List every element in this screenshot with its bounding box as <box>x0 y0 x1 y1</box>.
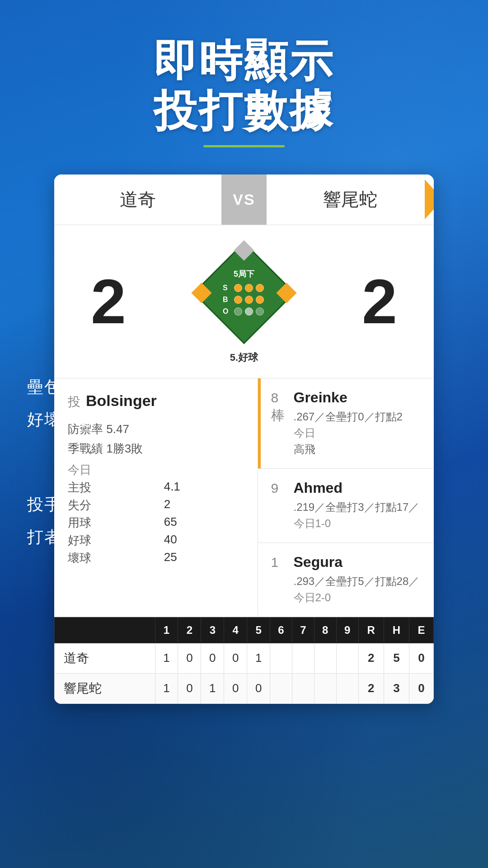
batter-name-0: Greinke <box>294 389 423 406</box>
out-dot-2 <box>245 307 253 316</box>
ball-dot-2 <box>245 296 253 304</box>
stat-key-用球: 用球 <box>68 515 155 531</box>
pitcher-record: 季戰績 1勝3敗 <box>68 441 244 457</box>
score-cell-1-3: 0 <box>224 673 247 703</box>
score-cell-1-1: 0 <box>178 673 201 703</box>
current-batter-indicator <box>258 378 261 468</box>
stat-val-用球: 65 <box>164 515 244 531</box>
strike-dot-1 <box>234 284 242 292</box>
inning-header-8: 8 <box>314 617 336 643</box>
batter-name-2: Segura <box>294 554 423 571</box>
score-cell-1-8 <box>336 673 358 703</box>
rhe-h-0: 5 <box>384 643 409 673</box>
ball-dot-3 <box>256 296 264 304</box>
score-table: 123456789RHE 道奇10001250響尾蛇10100230 <box>54 617 434 704</box>
rhe-header-H: H <box>384 617 409 643</box>
batter-item-0: 8棒Greinke.267／全壘打0／打點2今日高飛 <box>258 378 434 469</box>
inning-header-1: 1 <box>155 617 178 643</box>
side-labels-group1: 壘包 好壞球數 <box>27 371 96 436</box>
title-underline <box>203 145 285 147</box>
batter-today-label-2: 今日2-0 <box>294 590 423 606</box>
main-title-line1: 即時顯示 <box>154 36 334 86</box>
baseball-diamond: 5局下 S B <box>190 239 298 364</box>
score-row-0: 道奇10001250 <box>55 643 434 673</box>
score-cell-1-5 <box>270 673 292 703</box>
rhe-h-1: 3 <box>384 673 409 703</box>
score-row-1: 響尾蛇10100230 <box>55 673 434 703</box>
score-cell-0-6 <box>292 643 314 673</box>
score-table-body: 道奇10001250響尾蛇10100230 <box>55 643 434 703</box>
score-cell-0-7 <box>314 643 336 673</box>
team-col-header <box>55 617 155 643</box>
batter-today-label-0: 今日 <box>294 425 423 441</box>
vs-badge: VS <box>221 175 267 225</box>
inning-label: 5局下 <box>234 269 254 279</box>
home-arrow-icon <box>425 179 434 219</box>
batter-stats-1: .219／全壘打3／打點17／ <box>294 499 423 515</box>
batter-order-0: 8棒 <box>269 389 294 425</box>
score-cell-1-2: 1 <box>201 673 224 703</box>
stat-key-壞球: 壞球 <box>68 550 155 566</box>
team-header: 道奇 VS 響尾蛇 <box>54 175 434 225</box>
diamond-wrapper: 5局下 S B <box>190 239 298 347</box>
batter-order-num-1: 9 <box>271 480 291 496</box>
pitch-result: 5.好球 <box>230 351 258 364</box>
strike-dot-3 <box>256 284 264 292</box>
side-labels-group2: 投手 打者 <box>27 488 61 553</box>
out-dot-1 <box>234 307 242 316</box>
score-cell-1-7 <box>314 673 336 703</box>
inning-header-6: 6 <box>270 617 292 643</box>
batter-position-0: 棒 <box>271 406 291 425</box>
score-team-0: 道奇 <box>55 643 155 673</box>
inning-header-3: 3 <box>201 617 224 643</box>
batter-stats-2: .293／全壘打5／打點28／ <box>294 573 423 590</box>
out-dot-3 <box>256 307 264 316</box>
stat-key-主投: 主投 <box>68 480 155 495</box>
score-cell-0-8 <box>336 643 358 673</box>
batter-stats-0: .267／全壘打0／打點2 <box>294 409 423 425</box>
away-team-name: 道奇 <box>54 175 221 225</box>
outs-row: O <box>223 307 265 316</box>
inning-header-5: 5 <box>247 617 270 643</box>
side-label-batter: 打者 <box>27 521 61 553</box>
stat-key-失分: 失分 <box>68 497 155 513</box>
batter-section: 8棒Greinke.267／全壘打0／打點2今日高飛9Ahmed.219／全壘打… <box>258 378 434 617</box>
score-cell-1-6 <box>292 673 314 703</box>
score-cell-0-1: 0 <box>178 643 201 673</box>
rhe-r-0: 2 <box>358 643 384 673</box>
batter-item-2: 1Segura.293／全壘打5／打點28／今日2-0 <box>258 543 434 617</box>
side-label-count: 好壞球數 <box>27 403 96 436</box>
score-cell-0-3: 0 <box>224 643 247 673</box>
batter-order-num-2: 1 <box>271 554 291 570</box>
pitcher-today-label: 今日 <box>68 462 244 478</box>
stat-key-好球: 好球 <box>68 533 155 548</box>
score-team-1: 響尾蛇 <box>55 673 155 703</box>
pitcher-name: Bolsinger <box>86 392 157 410</box>
rhe-e-1: 0 <box>409 673 434 703</box>
home-team-name: 響尾蛇 <box>267 175 434 225</box>
score-area: 2 5局下 S <box>54 225 434 378</box>
batter-details-1: Ahmed.219／全壘打3／打點17／今日1-0 <box>294 480 423 532</box>
batter-details-0: Greinke.267／全壘打0／打點2今日高飛 <box>294 389 423 458</box>
inning-header-2: 2 <box>178 617 201 643</box>
batter-item-1: 9Ahmed.219／全壘打3／打點17／今日1-0 <box>258 469 434 543</box>
scoreboard: 123456789RHE 道奇10001250響尾蛇10100230 <box>54 617 434 704</box>
stat-val-主投: 4.1 <box>164 480 244 495</box>
batter-order-num-0: 8 <box>271 389 291 406</box>
inning-header-4: 4 <box>224 617 247 643</box>
score-cell-0-2: 0 <box>201 643 224 673</box>
rhe-e-0: 0 <box>409 643 434 673</box>
rhe-r-1: 2 <box>358 673 384 703</box>
info-section: 投 Bolsinger 防禦率 5.47 季戰績 1勝3敗 今日 主投4.1失分… <box>54 378 434 617</box>
rhe-header-R: R <box>358 617 384 643</box>
pitcher-stats-grid: 主投4.1失分2用球65好球40壞球25 <box>68 480 244 566</box>
score-cell-0-0: 1 <box>155 643 178 673</box>
strikes-label: S <box>223 284 231 292</box>
main-title-line2: 投打數據 <box>154 86 334 136</box>
away-score: 2 <box>77 270 140 333</box>
main-card: 道奇 VS 響尾蛇 2 <box>54 175 434 704</box>
side-label-bases: 壘包 <box>27 371 96 403</box>
stat-val-壞球: 25 <box>164 550 244 566</box>
outs-label: O <box>223 307 231 316</box>
strike-dot-2 <box>245 284 253 292</box>
